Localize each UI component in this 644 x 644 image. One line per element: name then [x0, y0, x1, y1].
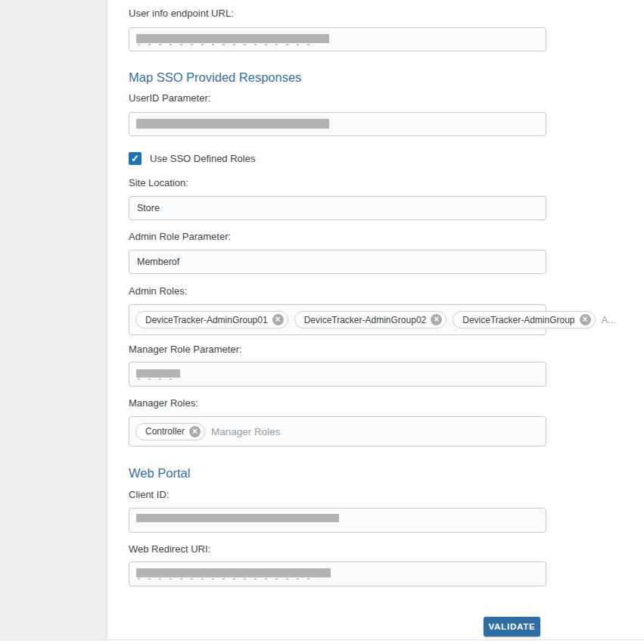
site-location-input[interactable]: Store — [129, 196, 546, 220]
use-sso-defined-roles-label: Use SSO Defined Roles — [150, 153, 255, 164]
redacted-value-bar — [136, 514, 339, 522]
user-info-endpoint-input[interactable] — [129, 27, 546, 51]
admin-role-parameter-input[interactable]: Memberof — [129, 250, 546, 274]
admin-roles-truncated-placeholder: A... — [602, 314, 617, 325]
site-location-label: Site Location: — [129, 178, 188, 188]
redacted-value-bar — [136, 119, 329, 129]
sidebar — [0, 0, 107, 639]
admin-role-parameter-value: Memberof — [137, 257, 179, 267]
manager-role-parameter-label: Manager Role Parameter: — [129, 344, 242, 355]
manager-roles-input[interactable]: Controller × Manager Roles — [129, 416, 546, 446]
manager-roles-label: Manager Roles: — [129, 398, 198, 409]
chip-remove-icon[interactable]: × — [189, 426, 201, 437]
chip-remove-icon[interactable]: × — [580, 314, 591, 325]
web-redirect-uri-input[interactable] — [129, 562, 546, 586]
chip-label: DeviceTracker-AdminGroup — [462, 315, 574, 325]
web-redirect-uri-label: Web Redirect URI: — [129, 544, 210, 555]
manager-role-chip: Controller × — [135, 423, 205, 440]
redacted-value-bar — [136, 568, 331, 577]
map-sso-heading: Map SSO Provided Responses — [129, 70, 301, 84]
redacted-value-bar — [136, 34, 329, 43]
userid-parameter-label: UserID Parameter: — [129, 93, 210, 104]
bottom-divider — [0, 639, 644, 640]
web-portal-heading: Web Portal — [129, 466, 190, 480]
validate-button[interactable]: VALIDATE — [484, 617, 540, 636]
use-sso-defined-roles-checkbox[interactable]: ✓ — [129, 152, 142, 165]
chip-label: DeviceTracker-AdminGroup02 — [304, 315, 427, 325]
admin-roles-input[interactable]: DeviceTracker-AdminGroup01 × DeviceTrack… — [129, 304, 546, 335]
site-location-value: Store — [137, 203, 160, 213]
user-info-endpoint-label: User info endpoint URL: — [129, 8, 234, 19]
admin-role-chip: DeviceTracker-AdminGroup × — [453, 311, 595, 328]
client-id-label: Client ID: — [129, 490, 169, 500]
chip-label: DeviceTracker-AdminGroup01 — [145, 315, 268, 325]
sso-settings-page: User info endpoint URL: Map SSO Provided… — [0, 0, 644, 644]
chip-remove-icon[interactable]: × — [431, 314, 442, 325]
manager-role-parameter-input[interactable] — [129, 362, 546, 387]
userid-parameter-input[interactable] — [129, 112, 546, 136]
redacted-value-bar — [136, 369, 180, 378]
client-id-input[interactable] — [129, 508, 546, 533]
manager-roles-placeholder: Manager Roles — [211, 426, 281, 437]
chip-remove-icon[interactable]: × — [272, 314, 284, 325]
admin-role-parameter-label: Admin Role Parameter: — [129, 232, 231, 242]
admin-roles-label: Admin Roles: — [129, 286, 187, 297]
admin-role-chip: DeviceTracker-AdminGroup02 × — [294, 311, 447, 328]
admin-role-chip: DeviceTracker-AdminGroup01 × — [135, 311, 288, 328]
use-sso-defined-roles-row: ✓ Use SSO Defined Roles — [129, 152, 255, 165]
chip-label: Controller — [145, 426, 185, 437]
